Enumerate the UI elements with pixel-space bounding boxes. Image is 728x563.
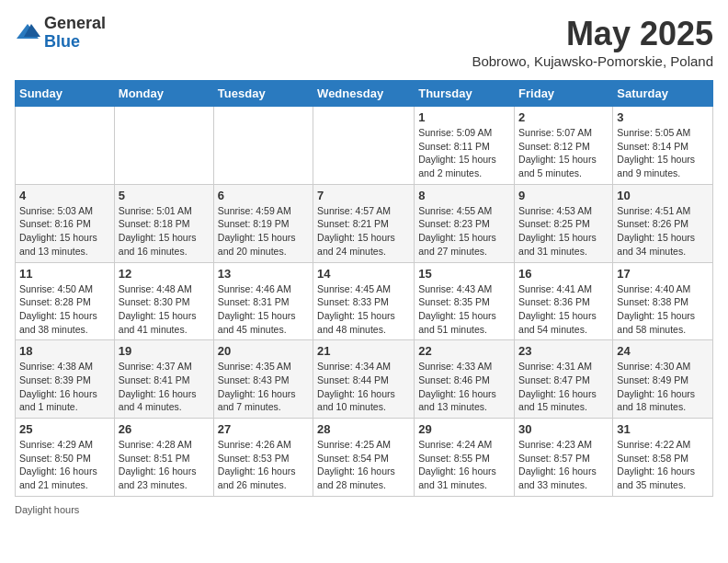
day-number: 14	[317, 267, 410, 281]
day-info: Sunrise: 4:31 AMSunset: 8:47 PMDaylight:…	[518, 360, 609, 414]
day-info: Sunrise: 4:30 AMSunset: 8:49 PMDaylight:…	[617, 360, 709, 414]
day-of-week-header: Wednesday	[313, 81, 415, 107]
day-info: Sunrise: 5:01 AMSunset: 8:18 PMDaylight:…	[119, 204, 210, 259]
day-info: Sunrise: 4:46 AMSunset: 8:31 PMDaylight:…	[218, 282, 309, 337]
calendar-cell	[114, 107, 213, 185]
logo: General Blue	[15, 15, 106, 52]
day-of-week-header: Monday	[114, 81, 213, 107]
calendar-cell: 8Sunrise: 4:55 AMSunset: 8:23 PMDaylight…	[415, 184, 515, 262]
day-info: Sunrise: 5:07 AMSunset: 8:12 PMDaylight:…	[518, 126, 609, 180]
day-number: 8	[418, 189, 510, 202]
day-number: 3	[617, 110, 709, 124]
day-of-week-header: Tuesday	[213, 81, 313, 107]
month-title: May 2025	[472, 15, 713, 53]
calendar-cell: 26Sunrise: 4:28 AMSunset: 8:51 PMDayligh…	[114, 419, 213, 497]
day-number: 28	[317, 422, 410, 436]
day-info: Sunrise: 5:05 AMSunset: 8:14 PMDaylight:…	[617, 126, 709, 180]
day-number: 20	[218, 344, 309, 358]
day-info: Sunrise: 4:53 AMSunset: 8:25 PMDaylight:…	[518, 204, 609, 259]
day-number: 9	[518, 189, 609, 202]
day-number: 30	[518, 422, 609, 436]
day-of-week-header: Saturday	[613, 81, 713, 107]
logo-blue-text: Blue	[44, 33, 106, 52]
day-number: 13	[218, 267, 309, 281]
day-number: 18	[19, 344, 110, 358]
location: Bobrowo, Kujawsko-Pomorskie, Poland	[472, 53, 713, 69]
day-of-week-header: Thursday	[415, 81, 515, 107]
day-info: Sunrise: 4:57 AMSunset: 8:21 PMDaylight:…	[317, 204, 410, 259]
calendar-cell: 12Sunrise: 4:48 AMSunset: 8:30 PMDayligh…	[114, 262, 213, 340]
day-number: 22	[418, 344, 510, 358]
day-info: Sunrise: 4:40 AMSunset: 8:38 PMDaylight:…	[617, 282, 709, 337]
calendar-cell: 5Sunrise: 5:01 AMSunset: 8:18 PMDaylight…	[114, 184, 213, 262]
calendar-cell: 24Sunrise: 4:30 AMSunset: 8:49 PMDayligh…	[613, 340, 713, 419]
calendar-cell: 29Sunrise: 4:24 AMSunset: 8:55 PMDayligh…	[415, 419, 515, 497]
calendar-cell: 15Sunrise: 4:43 AMSunset: 8:35 PMDayligh…	[415, 262, 515, 340]
day-info: Sunrise: 4:25 AMSunset: 8:54 PMDaylight:…	[317, 438, 410, 492]
day-info: Sunrise: 4:23 AMSunset: 8:57 PMDaylight:…	[518, 438, 609, 492]
day-info: Sunrise: 4:33 AMSunset: 8:46 PMDaylight:…	[418, 360, 510, 414]
calendar-cell: 22Sunrise: 4:33 AMSunset: 8:46 PMDayligh…	[415, 340, 515, 419]
footer: Daylight hours	[15, 504, 713, 515]
calendar-cell: 1Sunrise: 5:09 AMSunset: 8:11 PMDaylight…	[415, 107, 515, 185]
day-number: 31	[617, 422, 709, 436]
day-info: Sunrise: 5:09 AMSunset: 8:11 PMDaylight:…	[418, 126, 510, 180]
day-info: Sunrise: 4:29 AMSunset: 8:50 PMDaylight:…	[19, 438, 110, 492]
calendar-cell	[313, 107, 415, 185]
day-info: Sunrise: 4:41 AMSunset: 8:36 PMDaylight:…	[518, 282, 609, 337]
calendar-week-row: 18Sunrise: 4:38 AMSunset: 8:39 PMDayligh…	[16, 340, 713, 419]
day-number: 16	[518, 267, 609, 281]
day-info: Sunrise: 4:50 AMSunset: 8:28 PMDaylight:…	[19, 282, 110, 337]
day-number: 23	[518, 344, 609, 358]
day-info: Sunrise: 4:22 AMSunset: 8:58 PMDaylight:…	[617, 438, 709, 492]
day-number: 11	[19, 267, 110, 281]
calendar-cell: 7Sunrise: 4:57 AMSunset: 8:21 PMDaylight…	[313, 184, 415, 262]
calendar-cell: 20Sunrise: 4:35 AMSunset: 8:43 PMDayligh…	[213, 340, 313, 419]
day-info: Sunrise: 4:43 AMSunset: 8:35 PMDaylight:…	[418, 282, 510, 337]
calendar-cell: 2Sunrise: 5:07 AMSunset: 8:12 PMDaylight…	[515, 107, 613, 185]
day-of-week-header: Sunday	[16, 81, 115, 107]
day-info: Sunrise: 4:51 AMSunset: 8:26 PMDaylight:…	[617, 204, 709, 259]
calendar-cell: 4Sunrise: 5:03 AMSunset: 8:16 PMDaylight…	[16, 184, 115, 262]
day-number: 10	[617, 189, 709, 202]
calendar-cell: 18Sunrise: 4:38 AMSunset: 8:39 PMDayligh…	[16, 340, 115, 419]
day-number: 2	[518, 110, 609, 124]
logo-icon	[15, 20, 40, 46]
title-block: May 2025 Bobrowo, Kujawsko-Pomorskie, Po…	[472, 15, 713, 69]
calendar-header-row: SundayMondayTuesdayWednesdayThursdayFrid…	[16, 81, 713, 107]
day-info: Sunrise: 4:45 AMSunset: 8:33 PMDaylight:…	[317, 282, 410, 337]
day-number: 12	[119, 267, 210, 281]
calendar-cell: 21Sunrise: 4:34 AMSunset: 8:44 PMDayligh…	[313, 340, 415, 419]
calendar-cell: 30Sunrise: 4:23 AMSunset: 8:57 PMDayligh…	[515, 419, 613, 497]
calendar-cell: 23Sunrise: 4:31 AMSunset: 8:47 PMDayligh…	[515, 340, 613, 419]
calendar-cell: 31Sunrise: 4:22 AMSunset: 8:58 PMDayligh…	[613, 419, 713, 497]
logo-general-text: General	[44, 15, 106, 33]
day-info: Sunrise: 4:26 AMSunset: 8:53 PMDaylight:…	[218, 438, 309, 492]
day-number: 1	[418, 110, 510, 124]
calendar-week-row: 4Sunrise: 5:03 AMSunset: 8:16 PMDaylight…	[16, 184, 713, 262]
calendar-cell: 17Sunrise: 4:40 AMSunset: 8:38 PMDayligh…	[613, 262, 713, 340]
calendar-cell	[213, 107, 313, 185]
calendar-table: SundayMondayTuesdayWednesdayThursdayFrid…	[15, 80, 713, 497]
day-number: 17	[617, 267, 709, 281]
calendar-cell: 28Sunrise: 4:25 AMSunset: 8:54 PMDayligh…	[313, 419, 415, 497]
day-number: 19	[119, 344, 210, 358]
calendar-cell: 3Sunrise: 5:05 AMSunset: 8:14 PMDaylight…	[613, 107, 713, 185]
day-number: 5	[119, 189, 210, 202]
calendar-cell: 25Sunrise: 4:29 AMSunset: 8:50 PMDayligh…	[16, 419, 115, 497]
day-info: Sunrise: 4:55 AMSunset: 8:23 PMDaylight:…	[418, 204, 510, 259]
day-info: Sunrise: 4:38 AMSunset: 8:39 PMDaylight:…	[19, 360, 110, 414]
day-number: 26	[119, 422, 210, 436]
calendar-cell: 13Sunrise: 4:46 AMSunset: 8:31 PMDayligh…	[213, 262, 313, 340]
calendar-cell	[16, 107, 115, 185]
calendar-cell: 6Sunrise: 4:59 AMSunset: 8:19 PMDaylight…	[213, 184, 313, 262]
day-number: 29	[418, 422, 510, 436]
day-number: 4	[19, 189, 110, 202]
day-info: Sunrise: 4:34 AMSunset: 8:44 PMDaylight:…	[317, 360, 410, 414]
calendar-week-row: 1Sunrise: 5:09 AMSunset: 8:11 PMDaylight…	[16, 107, 713, 185]
day-number: 6	[218, 189, 309, 202]
day-info: Sunrise: 4:59 AMSunset: 8:19 PMDaylight:…	[218, 204, 309, 259]
day-number: 25	[19, 422, 110, 436]
header: General Blue May 2025 Bobrowo, Kujawsko-…	[15, 15, 713, 69]
calendar-week-row: 25Sunrise: 4:29 AMSunset: 8:50 PMDayligh…	[16, 419, 713, 497]
